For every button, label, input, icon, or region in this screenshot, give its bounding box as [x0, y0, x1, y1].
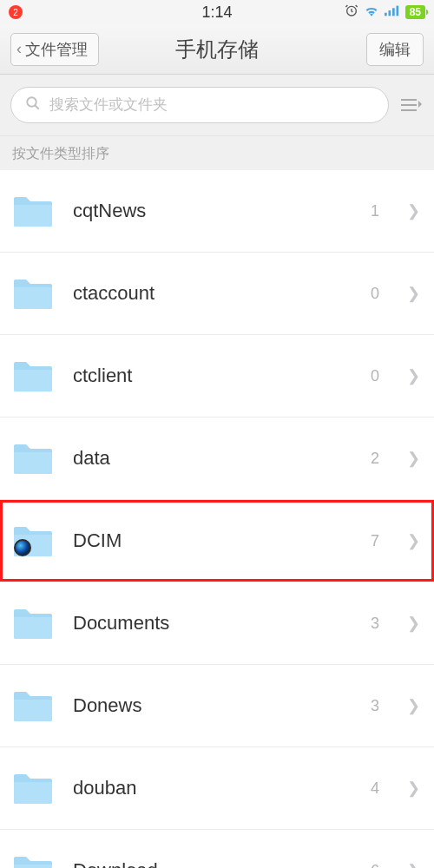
status-left: 2 [9, 5, 23, 19]
svg-rect-2 [388, 10, 391, 16]
folder-icon [12, 688, 54, 723]
folder-row[interactable]: douban4❯ [0, 747, 434, 830]
page-title: 手机存储 [175, 36, 259, 63]
chevron-right-icon: ❯ [407, 614, 420, 633]
edit-button-label: 编辑 [379, 39, 411, 60]
status-right: 85 [345, 3, 425, 21]
folder-icon: ↓ [12, 853, 54, 868]
search-box[interactable] [10, 87, 389, 123]
chevron-right-icon: ❯ [407, 696, 420, 715]
chevron-right-icon: ❯ [407, 284, 420, 303]
folder-name: data [73, 447, 352, 470]
chevron-right-icon: ❯ [407, 201, 420, 220]
status-time: 1:14 [201, 3, 232, 22]
folder-count: 3 [371, 615, 379, 633]
folder-icon [12, 441, 54, 476]
folder-count: 1 [371, 202, 379, 220]
folder-name: Donews [73, 694, 352, 717]
svg-line-6 [35, 105, 39, 109]
sort-header: 按文件类型排序 [0, 136, 434, 170]
svg-marker-10 [418, 101, 422, 108]
notification-badge: 2 [9, 5, 23, 19]
search-icon [25, 95, 41, 115]
search-row [0, 75, 434, 136]
folder-row[interactable]: cqtNews1❯ [0, 170, 434, 253]
folder-row[interactable]: ctclient0❯ [0, 335, 434, 418]
folder-count: 4 [371, 779, 379, 798]
status-bar: 2 1:14 85 [0, 0, 434, 24]
folder-name: Download [73, 859, 352, 868]
folder-row[interactable]: DCIM7❯ [0, 500, 434, 582]
camera-icon [14, 539, 31, 556]
folder-icon [12, 523, 54, 558]
back-button-label: 文件管理 [25, 39, 88, 60]
folder-name: DCIM [73, 529, 352, 552]
folder-name: ctaccount [73, 282, 352, 305]
folder-icon [12, 276, 54, 311]
chevron-right-icon: ❯ [407, 779, 420, 798]
edit-button[interactable]: 编辑 [366, 33, 424, 66]
folder-icon [12, 771, 54, 806]
chevron-right-icon: ❯ [407, 449, 420, 468]
folder-icon [12, 194, 54, 228]
search-input[interactable] [49, 96, 374, 114]
chevron-left-icon: ‹ [16, 40, 22, 58]
svg-rect-1 [385, 13, 387, 16]
filter-button[interactable] [399, 95, 424, 115]
folder-row[interactable]: Documents3❯ [0, 582, 434, 665]
folder-count: 6 [371, 862, 379, 869]
folder-row[interactable]: ctaccount0❯ [0, 253, 434, 335]
folder-count: 7 [371, 532, 379, 550]
filter-icon [399, 95, 422, 115]
battery-indicator: 85 [405, 5, 425, 19]
folder-row[interactable]: data2❯ [0, 418, 434, 500]
chevron-right-icon: ❯ [407, 531, 420, 550]
folder-count: 0 [371, 367, 379, 385]
folder-icon [12, 358, 54, 393]
signal-icon [385, 4, 400, 20]
folder-icon [12, 606, 54, 641]
folder-count: 3 [371, 697, 379, 715]
file-list: cqtNews1❯ctaccount0❯ctclient0❯data2❯DCIM… [0, 170, 434, 868]
folder-name: douban [73, 777, 352, 799]
alarm-icon [345, 3, 358, 21]
svg-rect-3 [392, 8, 395, 16]
chevron-right-icon: ❯ [407, 366, 420, 385]
folder-name: ctclient [73, 365, 352, 387]
chevron-right-icon: ❯ [407, 861, 420, 868]
svg-rect-4 [396, 6, 398, 16]
folder-name: cqtNews [73, 200, 352, 222]
folder-row[interactable]: Donews3❯ [0, 665, 434, 747]
folder-row[interactable]: ↓Download6❯ [0, 830, 434, 868]
back-button[interactable]: ‹ 文件管理 [10, 33, 99, 66]
folder-name: Documents [73, 612, 352, 635]
folder-count: 2 [371, 450, 379, 468]
wifi-icon [364, 4, 379, 20]
svg-point-5 [27, 97, 36, 107]
folder-count: 0 [371, 285, 379, 303]
nav-bar: ‹ 文件管理 手机存储 编辑 [0, 24, 434, 75]
